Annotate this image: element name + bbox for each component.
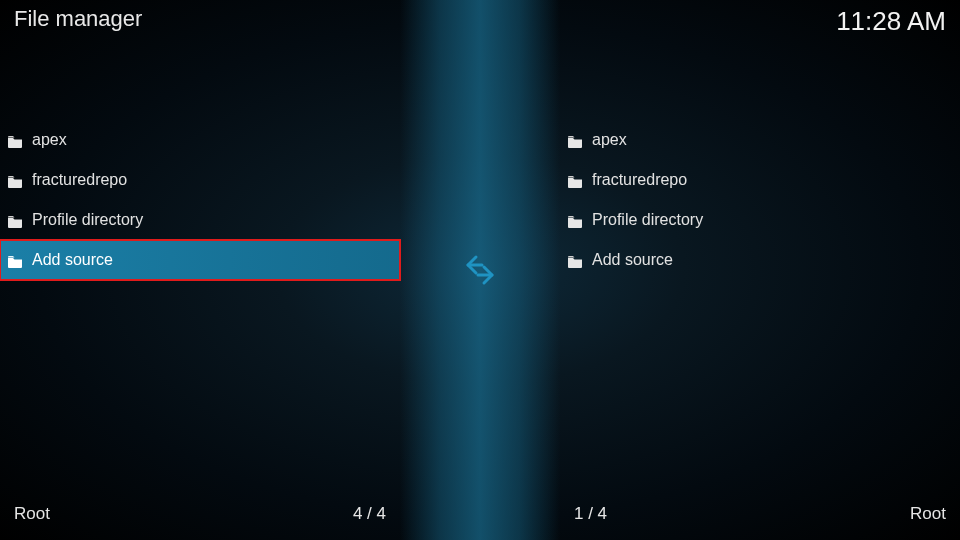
list-item[interactable]: fracturedrepo — [560, 160, 960, 200]
footer-mid — [400, 488, 560, 540]
panes: apex fracturedrepo Profile directory Add… — [0, 120, 960, 480]
folder-icon — [568, 134, 582, 146]
clock: 11:28 AM — [836, 6, 946, 37]
list-item-label: Add source — [32, 251, 113, 269]
list-item[interactable]: fracturedrepo — [0, 160, 400, 200]
footer-left: Root 4 / 4 — [0, 488, 400, 540]
right-pane: apex fracturedrepo Profile directory Add… — [560, 120, 960, 480]
add-source-item[interactable]: Add source — [560, 240, 960, 280]
folder-icon — [8, 134, 22, 146]
list-item-label: apex — [592, 131, 627, 149]
footer-path: Root — [910, 504, 946, 524]
list-item-label: apex — [32, 131, 67, 149]
left-pane: apex fracturedrepo Profile directory Add… — [0, 120, 400, 480]
list-item[interactable]: apex — [0, 120, 400, 160]
folder-icon — [8, 254, 22, 266]
folder-icon — [8, 174, 22, 186]
list-item[interactable]: apex — [560, 120, 960, 160]
list-item[interactable]: Profile directory — [0, 200, 400, 240]
footer-count: 4 / 4 — [353, 504, 386, 524]
list-item[interactable]: Profile directory — [560, 200, 960, 240]
list-item-label: fracturedrepo — [592, 171, 687, 189]
pane-gap — [400, 120, 560, 480]
list-item-label: Profile directory — [32, 211, 143, 229]
folder-icon — [8, 214, 22, 226]
list-item-label: Add source — [592, 251, 673, 269]
folder-icon — [568, 254, 582, 266]
transfer-arrows-icon — [462, 252, 498, 288]
folder-icon — [568, 174, 582, 186]
footer-count: 1 / 4 — [574, 504, 607, 524]
footer: Root 4 / 4 1 / 4 Root — [0, 488, 960, 540]
add-source-item[interactable]: Add source — [0, 240, 400, 280]
list-item-label: fracturedrepo — [32, 171, 127, 189]
page-title: File manager — [14, 6, 142, 32]
list-item-label: Profile directory — [592, 211, 703, 229]
folder-icon — [568, 214, 582, 226]
footer-path: Root — [14, 504, 50, 524]
footer-right: 1 / 4 Root — [560, 488, 960, 540]
